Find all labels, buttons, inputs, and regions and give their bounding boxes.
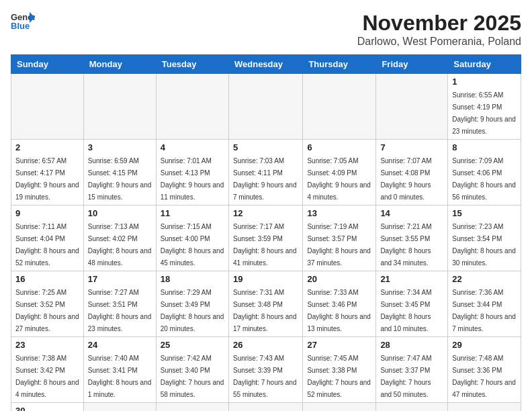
month-title: November 2025	[357, 11, 521, 36]
day-5: 5 Sunrise: 7:03 AM Sunset: 4:11 PM Dayli…	[228, 140, 302, 205]
day-10: 10 Sunrise: 7:13 AM Sunset: 4:02 PM Dayl…	[83, 205, 156, 271]
weekday-header-row: Sunday Monday Tuesday Wednesday Thursday…	[11, 55, 521, 74]
day-6: 6 Sunrise: 7:05 AM Sunset: 4:09 PM Dayli…	[303, 140, 376, 205]
header-thursday: Thursday	[303, 55, 376, 74]
header-monday: Monday	[83, 55, 156, 74]
header-saturday: Saturday	[448, 55, 521, 74]
header-sunday: Sunday	[11, 55, 84, 74]
day-23: 23 Sunrise: 7:38 AM Sunset: 3:42 PM Dayl…	[11, 337, 84, 403]
header-tuesday: Tuesday	[156, 55, 228, 74]
logo: General Blue	[11, 11, 35, 31]
day-12: 12 Sunrise: 7:17 AM Sunset: 3:59 PM Dayl…	[228, 205, 302, 271]
day-19: 19 Sunrise: 7:31 AM Sunset: 3:48 PM Dayl…	[228, 271, 302, 337]
day-25: 25 Sunrise: 7:42 AM Sunset: 3:40 PM Dayl…	[156, 337, 228, 403]
empty-cell	[448, 403, 521, 412]
week-row-2: 2 Sunrise: 6:57 AM Sunset: 4:17 PM Dayli…	[11, 140, 521, 205]
day-14: 14 Sunrise: 7:21 AM Sunset: 3:55 PM Dayl…	[376, 205, 448, 271]
day-18: 18 Sunrise: 7:29 AM Sunset: 3:49 PM Dayl…	[156, 271, 228, 337]
empty-cell	[156, 74, 228, 140]
day-30: 30 Sunrise: 7:50 AM Sunset: 3:35 PM Dayl…	[11, 403, 84, 412]
day-2: 2 Sunrise: 6:57 AM Sunset: 4:17 PM Dayli…	[11, 140, 84, 205]
empty-cell	[303, 74, 376, 140]
day-28: 28 Sunrise: 7:47 AM Sunset: 3:37 PM Dayl…	[376, 337, 448, 403]
day-20: 20 Sunrise: 7:33 AM Sunset: 3:46 PM Dayl…	[303, 271, 376, 337]
day-16: 16 Sunrise: 7:25 AM Sunset: 3:52 PM Dayl…	[11, 271, 84, 337]
week-row-6: 30 Sunrise: 7:50 AM Sunset: 3:35 PM Dayl…	[11, 403, 521, 412]
day-9: 9 Sunrise: 7:11 AM Sunset: 4:04 PM Dayli…	[11, 205, 84, 271]
calendar: Sunday Monday Tuesday Wednesday Thursday…	[11, 54, 521, 411]
title-area: November 2025 Darlowo, West Pomerania, P…	[357, 11, 521, 48]
location-title: Darlowo, West Pomerania, Poland	[357, 36, 521, 48]
day-26: 26 Sunrise: 7:43 AM Sunset: 3:39 PM Dayl…	[228, 337, 302, 403]
day-17: 17 Sunrise: 7:27 AM Sunset: 3:51 PM Dayl…	[83, 271, 156, 337]
header-wednesday: Wednesday	[228, 55, 302, 74]
day-29: 29 Sunrise: 7:48 AM Sunset: 3:36 PM Dayl…	[448, 337, 521, 403]
day-1: 1 Sunrise: 6:55 AM Sunset: 4:19 PM Dayli…	[448, 74, 521, 140]
day-27: 27 Sunrise: 7:45 AM Sunset: 3:38 PM Dayl…	[303, 337, 376, 403]
week-row-1: 1 Sunrise: 6:55 AM Sunset: 4:19 PM Dayli…	[11, 74, 521, 140]
day-21: 21 Sunrise: 7:34 AM Sunset: 3:45 PM Dayl…	[376, 271, 448, 337]
day-24: 24 Sunrise: 7:40 AM Sunset: 3:41 PM Dayl…	[83, 337, 156, 403]
day-15: 15 Sunrise: 7:23 AM Sunset: 3:54 PM Dayl…	[448, 205, 521, 271]
empty-cell	[228, 74, 302, 140]
empty-cell	[11, 74, 84, 140]
empty-cell	[156, 403, 228, 412]
day-3: 3 Sunrise: 6:59 AM Sunset: 4:15 PM Dayli…	[83, 140, 156, 205]
header: General Blue November 2025 Darlowo, West…	[11, 11, 521, 48]
svg-text:Blue: Blue	[11, 21, 30, 31]
day-8: 8 Sunrise: 7:09 AM Sunset: 4:06 PM Dayli…	[448, 140, 521, 205]
week-row-4: 16 Sunrise: 7:25 AM Sunset: 3:52 PM Dayl…	[11, 271, 521, 337]
header-friday: Friday	[376, 55, 448, 74]
empty-cell	[83, 403, 156, 412]
empty-cell	[376, 403, 448, 412]
week-row-3: 9 Sunrise: 7:11 AM Sunset: 4:04 PM Dayli…	[11, 205, 521, 271]
day-22: 22 Sunrise: 7:36 AM Sunset: 3:44 PM Dayl…	[448, 271, 521, 337]
day-4: 4 Sunrise: 7:01 AM Sunset: 4:13 PM Dayli…	[156, 140, 228, 205]
day-7: 7 Sunrise: 7:07 AM Sunset: 4:08 PM Dayli…	[376, 140, 448, 205]
empty-cell	[376, 74, 448, 140]
empty-cell	[228, 403, 302, 412]
week-row-5: 23 Sunrise: 7:38 AM Sunset: 3:42 PM Dayl…	[11, 337, 521, 403]
day-13: 13 Sunrise: 7:19 AM Sunset: 3:57 PM Dayl…	[303, 205, 376, 271]
logo-icon: General Blue	[11, 11, 35, 31]
empty-cell	[83, 74, 156, 140]
empty-cell	[303, 403, 376, 412]
day-11: 11 Sunrise: 7:15 AM Sunset: 4:00 PM Dayl…	[156, 205, 228, 271]
